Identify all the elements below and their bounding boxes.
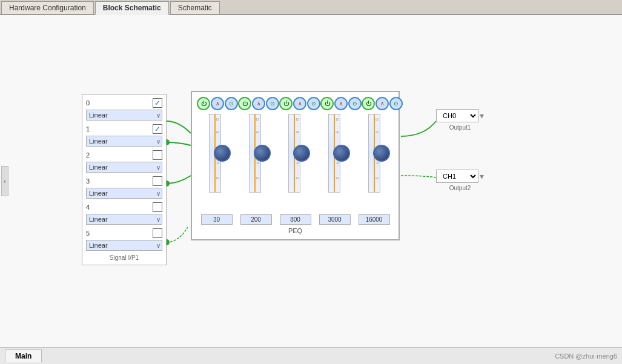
- canvas: 0 ✓ Linear 1 ✓ Linear: [0, 15, 622, 347]
- dropdown-select-2[interactable]: Linear: [86, 162, 162, 173]
- dropdown-wrapper-3[interactable]: Linear: [86, 188, 162, 199]
- dropdown-select-1[interactable]: Linear: [86, 136, 162, 147]
- dropdown-wrapper-2[interactable]: Linear: [86, 162, 162, 173]
- peq-freq-labels: 30 200 800 3000 16000: [197, 214, 394, 225]
- checkbox-2[interactable]: [153, 150, 162, 160]
- tab-schematic[interactable]: Schematic: [170, 1, 220, 14]
- freq-label-5: 16000: [359, 214, 390, 225]
- row-num-3: 3: [86, 177, 98, 185]
- output2-select[interactable]: CH1: [436, 170, 478, 183]
- peq-icon-group-2: ⏻ ∧ ⊙: [238, 97, 279, 110]
- dropdown-row-4: Linear: [86, 214, 162, 225]
- peq-wave-btn-4[interactable]: ∧: [334, 97, 348, 110]
- dropdown-wrapper-5[interactable]: Linear: [86, 240, 162, 251]
- peq-knob-3[interactable]: [293, 145, 310, 162]
- peq-knob-4[interactable]: [333, 145, 350, 162]
- peq-knob-1[interactable]: [214, 145, 231, 162]
- dropdown-wrapper-1[interactable]: Linear: [86, 136, 162, 147]
- signal-row-3: 3: [86, 176, 162, 186]
- checkbox-5[interactable]: [153, 228, 162, 238]
- output2-block: CH1 ▾ Output2: [436, 170, 484, 191]
- peq-wave-btn-2[interactable]: ∧: [252, 97, 265, 110]
- peq-io-btn-4[interactable]: ⊙: [348, 97, 362, 110]
- peq-block: ⏻ ∧ ⊙ ⏻ ∧ ⊙ ⏻ ∧ ⊙ ⏻: [191, 91, 400, 240]
- dropdown-select-3[interactable]: Linear: [86, 188, 162, 199]
- row-num-2: 2: [86, 151, 98, 159]
- row-num-4: 4: [86, 204, 98, 211]
- dropdown-wrapper-4[interactable]: Linear: [86, 214, 162, 225]
- dropdown-wrapper-0[interactable]: Linear: [86, 110, 162, 121]
- peq-power-btn-2[interactable]: ⏻: [238, 97, 251, 110]
- peq-knob-2[interactable]: [254, 145, 271, 162]
- peq-wave-btn-3[interactable]: ∧: [293, 97, 306, 110]
- signal-ip-block: 0 ✓ Linear 1 ✓ Linear: [82, 94, 167, 265]
- peq-title: PEQ: [197, 227, 394, 234]
- tab-block-schematic[interactable]: Block Schematic: [95, 1, 169, 15]
- checkbox-0[interactable]: ✓: [153, 98, 162, 108]
- peq-channel-4: +12 +6 0 -6 -12: [319, 114, 351, 211]
- peq-channel-5: +12 +6 0 -6 -12: [359, 114, 391, 211]
- signal-block-label: Signal I/P1: [86, 254, 162, 261]
- peq-io-btn-1[interactable]: ⊙: [225, 97, 238, 110]
- bottom-bar: Main CSDN @zhui-meng6: [0, 347, 622, 364]
- dropdown-row-3: Linear: [86, 188, 162, 199]
- main-canvas: 0 ✓ Linear 1 ✓ Linear: [0, 15, 622, 347]
- peq-power-btn-3[interactable]: ⏻: [279, 97, 293, 110]
- peq-io-btn-2[interactable]: ⊙: [266, 97, 279, 110]
- peq-power-btn-5[interactable]: ⏻: [362, 97, 375, 110]
- peq-wave-btn-5[interactable]: ∧: [376, 97, 389, 110]
- row-num-1: 1: [86, 125, 98, 133]
- output2-dropdown-icon: ▾: [480, 171, 484, 181]
- peq-io-btn-5[interactable]: ⊙: [389, 97, 403, 110]
- dropdown-row-2: Linear: [86, 162, 162, 173]
- dropdown-select-0[interactable]: Linear: [86, 110, 162, 121]
- peq-wave-btn-1[interactable]: ∧: [211, 97, 224, 110]
- row-num-5: 5: [86, 230, 98, 237]
- checkbox-1[interactable]: ✓: [153, 124, 162, 134]
- signal-row-4: 4: [86, 202, 162, 212]
- peq-icon-group-1: ⏻ ∧ ⊙: [197, 97, 238, 110]
- main-tab[interactable]: Main: [5, 349, 42, 362]
- dropdown-row-0: Linear: [86, 110, 162, 121]
- peq-channel-1: +12 +6 0 -6 -12: [200, 114, 231, 211]
- peq-knob-5[interactable]: [373, 145, 390, 162]
- checkbox-3[interactable]: [153, 176, 162, 186]
- output1-block: CH0 ▾ Output1: [436, 109, 484, 131]
- signal-row-5: 5: [86, 228, 162, 238]
- scroll-left-indicator[interactable]: ‹: [1, 166, 8, 196]
- freq-label-3: 800: [280, 214, 311, 225]
- checkbox-4[interactable]: [153, 202, 162, 212]
- signal-row-2: 2: [86, 150, 162, 160]
- signal-row-0: 0 ✓: [86, 98, 162, 108]
- freq-label-4: 3000: [319, 214, 351, 225]
- peq-io-btn-3[interactable]: ⊙: [307, 97, 320, 110]
- peq-icon-group-5: ⏻ ∧ ⊙: [362, 97, 403, 110]
- peq-channel-3: +12 +6 0 -6 -12: [279, 114, 311, 211]
- output1-label: Output1: [436, 124, 484, 131]
- peq-top-icons: ⏻ ∧ ⊙ ⏻ ∧ ⊙ ⏻ ∧ ⊙ ⏻: [197, 97, 394, 110]
- dropdown-select-4[interactable]: Linear: [86, 214, 162, 225]
- output1-dropdown-icon: ▾: [480, 111, 484, 121]
- output2-label: Output2: [436, 185, 484, 191]
- tab-hardware-config[interactable]: Hardware Configuration: [1, 1, 94, 14]
- dropdown-select-5[interactable]: Linear: [86, 240, 162, 251]
- peq-power-btn-1[interactable]: ⏻: [197, 97, 210, 110]
- freq-label-2: 200: [240, 214, 272, 225]
- dropdown-row-5: Linear: [86, 240, 162, 251]
- peq-power-btn-4[interactable]: ⏻: [320, 97, 334, 110]
- tab-bar: Hardware Configuration Block Schematic S…: [0, 0, 622, 15]
- freq-label-1: 30: [201, 214, 233, 225]
- output1-select[interactable]: CH0: [436, 109, 478, 122]
- peq-channel-2: +12 +6 0 -6 -12: [240, 114, 271, 211]
- signal-row-1: 1 ✓: [86, 124, 162, 134]
- row-num-0: 0: [86, 99, 98, 107]
- dropdown-row-1: Linear: [86, 136, 162, 147]
- peq-icon-group-3: ⏻ ∧ ⊙: [279, 97, 320, 110]
- peq-icon-group-4: ⏻ ∧ ⊙: [320, 97, 362, 110]
- csdn-watermark: CSDN @zhui-meng6: [555, 352, 617, 360]
